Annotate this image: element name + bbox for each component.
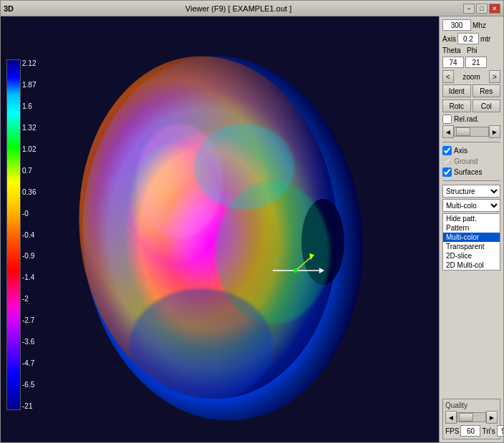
colorbar-label: -0 <box>22 210 36 218</box>
scroll-track[interactable] <box>454 127 489 137</box>
colorbar-label: -0.4 <box>22 231 36 239</box>
colorbar-label: -21 <box>22 402 36 410</box>
axis-check-row: Axis <box>442 146 500 155</box>
ground-check-label: Ground <box>454 157 478 165</box>
colorbar <box>6 59 21 410</box>
multicolor-dropdown-row: Multi-colo <box>442 199 500 212</box>
divider1 <box>442 142 500 142</box>
rotc-col-row: Rotc Col <box>442 99 500 112</box>
tris-input[interactable] <box>497 425 503 437</box>
ground-check-row: Ground <box>442 157 500 166</box>
freq-input[interactable] <box>442 19 471 31</box>
quality-left-button[interactable]: ◄ <box>445 411 457 424</box>
theta-label: Theta <box>442 47 465 54</box>
phi-input[interactable] <box>465 57 487 68</box>
quality-scroll-thumb <box>459 413 473 422</box>
quality-scroll-track[interactable] <box>457 412 486 422</box>
scroll-left-button[interactable]: ◄ <box>442 125 454 138</box>
fps-label: FPS <box>445 427 459 435</box>
divider2 <box>442 180 500 181</box>
axis-label: Axis <box>442 35 456 43</box>
sidebar-panel: Mhz Axis mtr Theta Phi < zoom > <box>439 16 503 442</box>
maximize-button[interactable]: □ <box>476 4 488 14</box>
zoom-row: < zoom > <box>442 70 500 83</box>
multicolor-dropdown[interactable]: Multi-colo <box>442 199 500 212</box>
dropdown-item[interactable]: Transparent <box>443 242 500 251</box>
colorbar-label: -2.7 <box>22 316 36 324</box>
surfaces-check-row: Surfaces <box>442 167 500 177</box>
axis-input[interactable] <box>457 33 479 44</box>
colorbar-label: 1.6 <box>22 102 36 110</box>
fps-row: FPS Tri's <box>445 425 498 437</box>
minimize-button[interactable]: − <box>463 4 475 14</box>
colorbar-label: 1.32 <box>22 124 36 132</box>
titlebar: 3D Viewer (F9) [ EXAMPLE1.out ] − □ ✕ <box>1 1 503 16</box>
surfaces-check-label: Surfaces <box>454 168 482 176</box>
fps-input[interactable] <box>460 425 480 437</box>
window-controls: − □ ✕ <box>463 4 500 14</box>
scroll-thumb <box>456 127 470 136</box>
antenna-pattern <box>58 38 430 439</box>
colorbar-label: -0.9 <box>22 252 36 260</box>
colorbar-label: -3.6 <box>22 338 36 346</box>
col-button[interactable]: Col <box>472 99 501 112</box>
dropdown-item[interactable]: 2D-slice <box>443 251 500 261</box>
relrad-label: Rel.rad. <box>454 115 479 123</box>
res-button[interactable]: Res <box>472 84 501 97</box>
structure-dropdown-row: Structure <box>442 185 500 198</box>
dropdown-item[interactable]: Pattern <box>443 223 500 233</box>
relrad-checkbox[interactable] <box>442 115 452 124</box>
quality-scroll-row: ◄ ► <box>445 411 498 424</box>
surfaces-checkbox[interactable] <box>442 167 452 177</box>
freq-unit-label: Mhz <box>472 21 486 29</box>
svg-point-6 <box>194 124 294 210</box>
colorbar-label: -1.4 <box>22 273 36 281</box>
main-window: 3D Viewer (F9) [ EXAMPLE1.out ] − □ ✕ 2.… <box>0 0 504 443</box>
axes-lines <box>266 245 337 303</box>
tris-label: Tri's <box>482 427 495 435</box>
theta-phi-labels: Theta Phi <box>442 47 500 54</box>
zoom-label: zoom <box>455 73 488 81</box>
theta-input[interactable] <box>442 57 464 68</box>
svg-point-5 <box>130 288 273 403</box>
ground-checkbox[interactable] <box>442 157 452 166</box>
axis-checkbox[interactable] <box>442 146 452 155</box>
svg-line-9 <box>296 256 312 271</box>
colorbar-label: 1.87 <box>22 81 36 89</box>
quality-label: Quality <box>445 401 498 409</box>
axis-row: Axis mtr <box>442 33 500 44</box>
colorbar-label: 2.12 <box>22 59 36 67</box>
ident-res-row: Ident Res <box>442 84 500 97</box>
axis-unit-label: mtr <box>480 35 490 43</box>
3d-viewport[interactable]: 2.121.871.61.321.020.70.36-0-0.4-0.9-1.4… <box>1 16 439 442</box>
scroll-row: ◄ ► <box>442 125 500 138</box>
colorbar-label: 0.36 <box>22 188 36 196</box>
dropdown-item[interactable]: 2D Multi-col <box>443 261 500 270</box>
ident-button[interactable]: Ident <box>442 84 471 97</box>
zoom-left-button[interactable]: < <box>442 70 454 83</box>
color-dropdown-list: Hide patt.PatternMulti-colorTransparent2… <box>442 213 500 271</box>
colorbar-label: 0.7 <box>22 167 36 175</box>
colorbar-label: -4.7 <box>22 359 36 367</box>
axis-check-label: Axis <box>454 147 467 155</box>
dropdown-item[interactable]: Multi-color <box>443 233 500 242</box>
scroll-right-button[interactable]: ► <box>489 125 500 138</box>
main-content: 2.121.871.61.321.020.70.36-0-0.4-0.9-1.4… <box>1 16 503 442</box>
relrad-row: Rel.rad. <box>442 115 500 124</box>
freq-row: Mhz <box>442 19 500 31</box>
title-left: 3D <box>4 4 14 13</box>
title-center: Viewer (F9) [ EXAMPLE1.out ] <box>185 4 291 13</box>
zoom-right-button[interactable]: > <box>489 70 500 83</box>
svg-point-11 <box>294 268 298 273</box>
svg-marker-8 <box>319 268 324 273</box>
quality-right-button[interactable]: ► <box>486 411 498 424</box>
colorbar-labels: 2.121.871.61.321.020.70.36-0-0.4-0.9-1.4… <box>22 59 36 410</box>
theta-phi-inputs <box>442 57 500 68</box>
rotc-button[interactable]: Rotc <box>442 99 471 112</box>
quality-group: Quality ◄ ► FPS Tri's <box>442 399 500 439</box>
close-button[interactable]: ✕ <box>489 4 500 14</box>
svg-marker-10 <box>309 253 314 260</box>
structure-dropdown[interactable]: Structure <box>442 185 500 198</box>
dropdown-item[interactable]: Hide patt. <box>443 214 500 223</box>
phi-label: Phi <box>467 47 487 54</box>
